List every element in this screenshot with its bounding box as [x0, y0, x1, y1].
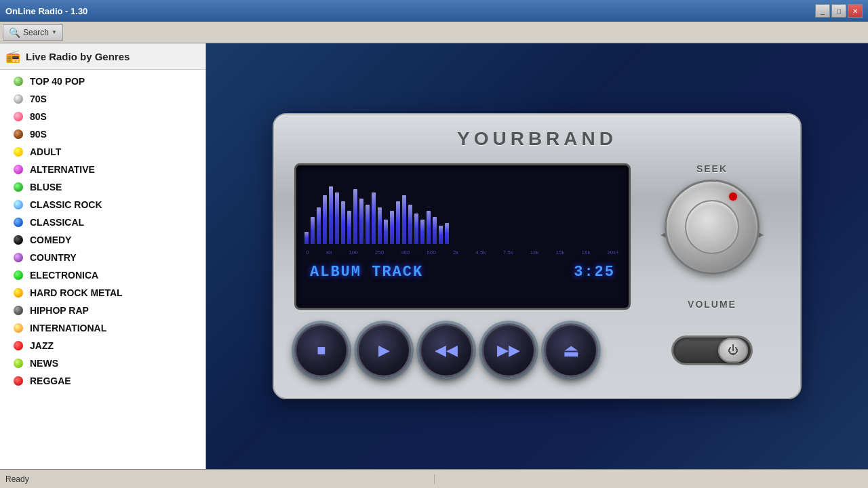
eq-bar-5 [335, 192, 339, 245]
stop-button[interactable]: ■ [294, 323, 349, 378]
genre-item-90s[interactable]: 90S [0, 125, 205, 143]
search-icon: 🔍 [9, 27, 20, 38]
controls-row: ■ ▶ ◀◀ ▶▶ ⏏ ⏻ [294, 323, 780, 378]
status-text-left: Ready [5, 474, 435, 484]
eq-label: 20k+ [607, 249, 619, 256]
genre-dot [14, 112, 23, 121]
genre-dot [14, 253, 23, 262]
genre-dot [14, 182, 23, 192]
eq-bar-13 [384, 220, 388, 244]
eq-bar-8 [353, 189, 357, 244]
eq-label: 30 [326, 249, 332, 256]
brand-label: YOURBRAND [457, 128, 617, 150]
eq-bar-10 [366, 205, 370, 245]
rewind-button[interactable]: ◀◀ [419, 323, 473, 378]
genre-dot [14, 288, 23, 298]
genre-item-news[interactable]: NEWS [0, 354, 205, 372]
title-bar-left: OnLine Radio - 1.30 [5, 6, 87, 16]
genre-item-bluse[interactable]: BLUSE [0, 178, 205, 196]
genre-item-jazz[interactable]: JAZZ [0, 337, 205, 354]
minimize-button[interactable]: _ [815, 4, 830, 18]
eq-bar-0 [304, 232, 309, 244]
genre-list[interactable]: TOP 40 POP70S80S90SADULTALTERNATIVEBLUSE… [0, 70, 205, 469]
eq-bar-14 [390, 211, 394, 245]
genre-dot [14, 129, 23, 139]
radio-player: YOURBRAND 0 30 100 250 480 600 2k [273, 113, 802, 399]
genre-item-adult[interactable]: ADULT [0, 143, 205, 161]
genre-item-classical[interactable]: CLASSICAL [0, 214, 205, 231]
genre-dot [14, 270, 23, 280]
dropdown-arrow-icon: ▼ [52, 29, 57, 35]
genre-item-top-40-pop[interactable]: TOP 40 POP [0, 73, 205, 90]
genre-item-electronica[interactable]: ELECTRONICA [0, 266, 205, 284]
genre-label: ELECTRONICA [30, 270, 98, 281]
eq-label: 4.5k [475, 249, 486, 256]
search-button[interactable]: 🔍 Search ▼ [3, 24, 63, 41]
equalizer-display [304, 176, 620, 244]
genre-item-international[interactable]: INTERNATIONAL [0, 319, 205, 337]
close-button[interactable]: ✕ [848, 4, 863, 18]
genre-item-classic-rock[interactable]: CLASSIC ROCK [0, 196, 205, 214]
genre-label: CLASSICAL [30, 217, 84, 228]
genre-dot [14, 94, 23, 104]
eq-bar-11 [372, 192, 376, 245]
eq-bar-6 [341, 201, 345, 244]
genre-label: INTERNATIONAL [30, 323, 106, 333]
genre-item-comedy[interactable]: COMEDY [0, 231, 205, 249]
eq-label: 15k [556, 249, 565, 256]
genre-label: 90S [30, 129, 47, 140]
search-label: Search [23, 28, 49, 37]
genre-item-reggae[interactable]: REGGAE [0, 372, 205, 390]
eq-bar-1 [311, 217, 315, 245]
radio-icon: 📻 [5, 49, 20, 64]
eq-bar-17 [408, 205, 412, 245]
seek-knob[interactable] [665, 180, 760, 274]
track-time: 3:25 [574, 264, 615, 281]
fast-forward-button[interactable]: ▶▶ [481, 323, 536, 378]
knob-inner [685, 200, 739, 254]
eq-labels: 0 30 100 250 480 600 2k 4.5k 7.5k 12k 15… [304, 249, 620, 256]
eq-label: 12k [530, 249, 539, 256]
eq-bar-18 [414, 214, 418, 244]
app-title: OnLine Radio - 1.30 [5, 6, 87, 16]
genre-dot [14, 359, 23, 368]
genre-label: ADULT [30, 146, 61, 157]
eq-bar-2 [317, 207, 321, 244]
genre-item-hiphop-rap[interactable]: HIPHOP RAP [0, 302, 205, 319]
play-button[interactable]: ▶ [357, 323, 411, 378]
genre-item-70s[interactable]: 70S [0, 90, 205, 108]
genre-label: HARD ROCK METAL [30, 287, 123, 298]
genre-label: BLUSE [30, 182, 62, 192]
eq-bar-7 [347, 211, 351, 245]
genre-dot [14, 235, 23, 245]
genre-dot [14, 323, 23, 333]
seek-area: SEEK ◀ ▶ VOLUME [644, 163, 780, 310]
genre-item-hard-rock-metal[interactable]: HARD ROCK METAL [0, 284, 205, 302]
eq-bar-22 [439, 226, 443, 244]
power-toggle[interactable]: ⏻ [671, 336, 753, 365]
knob-indicator-dot [729, 192, 737, 201]
eq-bar-12 [378, 207, 382, 244]
genre-dot [14, 306, 23, 315]
eject-button[interactable]: ⏏ [544, 323, 598, 378]
genre-dot [14, 200, 23, 209]
maximize-button[interactable]: □ [831, 4, 846, 18]
genre-item-80s[interactable]: 80S [0, 108, 205, 125]
eq-label: 0 [306, 249, 309, 256]
eq-bar-21 [433, 217, 437, 245]
genre-label: REGGAE [30, 375, 71, 386]
title-controls[interactable]: _ □ ✕ [815, 4, 863, 18]
genre-dot [14, 376, 23, 386]
eq-label: 100 [349, 249, 357, 256]
genre-item-country[interactable]: COUNTRY [0, 249, 205, 266]
genre-dot [14, 341, 23, 350]
genre-label: HIPHOP RAP [30, 305, 89, 316]
title-bar: OnLine Radio - 1.30 _ □ ✕ [0, 0, 868, 22]
eq-bar-15 [396, 201, 400, 244]
radio-display: 0 30 100 250 480 600 2k 4.5k 7.5k 12k 15… [294, 163, 631, 310]
eq-label: 18k [581, 249, 590, 256]
eq-bar-4 [329, 186, 333, 245]
genre-label: COMEDY [30, 235, 71, 245]
genre-item-alternative[interactable]: ALTERNATIVE [0, 161, 205, 178]
eq-label: 7.5k [503, 249, 513, 256]
